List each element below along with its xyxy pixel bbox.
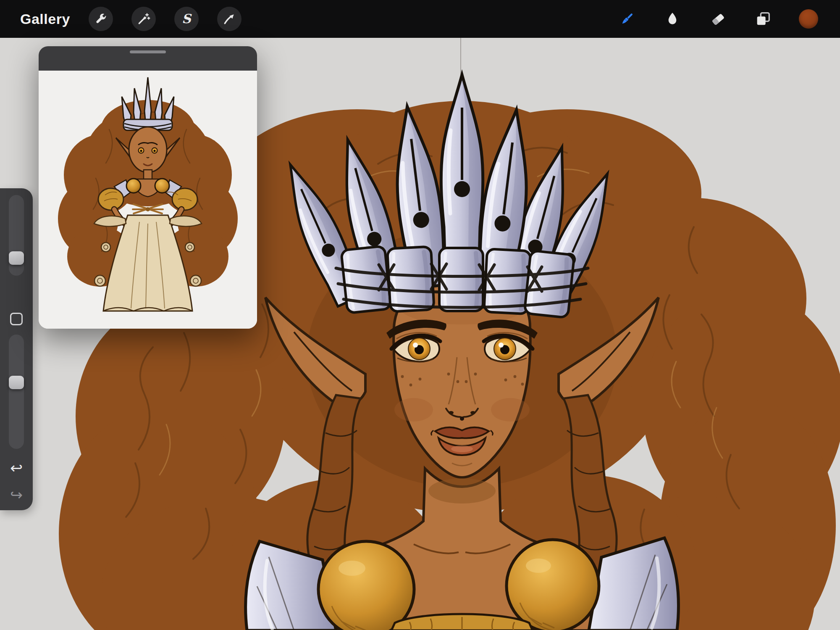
paint-brush-icon [619,11,635,27]
eraser-icon [709,11,726,27]
color-swatch-button[interactable] [799,9,818,29]
arrow-cursor-icon [223,12,236,26]
wrench-icon [94,12,108,26]
top-toolbar: Gallery S [0,0,840,38]
opacity-knob[interactable] [9,376,24,389]
reference-window-titlebar[interactable] [39,46,257,71]
actions-button[interactable] [89,7,113,31]
adjustments-button[interactable] [131,7,156,31]
layers-icon [755,11,772,27]
side-toolbar: ↩ ↪ [0,188,33,510]
redo-button[interactable]: ↪ [10,488,23,503]
undo-button[interactable]: ↩ [10,461,23,476]
eraser-tool-button[interactable] [708,9,727,29]
opacity-slider[interactable] [9,335,24,449]
drag-handle-icon[interactable] [130,50,166,53]
reference-artwork-thumbnail [39,71,257,329]
transform-button[interactable] [217,7,242,31]
brush-size-knob[interactable] [9,251,24,265]
selection-button[interactable]: S [174,7,199,31]
smudge-icon [664,11,681,27]
reference-window [39,46,257,329]
s-curve-icon: S [182,13,191,25]
layers-button[interactable] [753,9,773,29]
procreate-app: { "toolbar": { "gallery_label": "Gallery… [0,0,840,630]
paint-tool-button[interactable] [617,9,637,29]
toolbar-right-group [617,9,840,29]
modify-button[interactable] [10,313,23,325]
magic-wand-icon [137,12,150,26]
smudge-tool-button[interactable] [663,9,682,29]
reference-window-body [39,71,257,329]
toolbar-left-group: Gallery S [0,7,242,31]
gallery-button[interactable]: Gallery [20,11,70,27]
